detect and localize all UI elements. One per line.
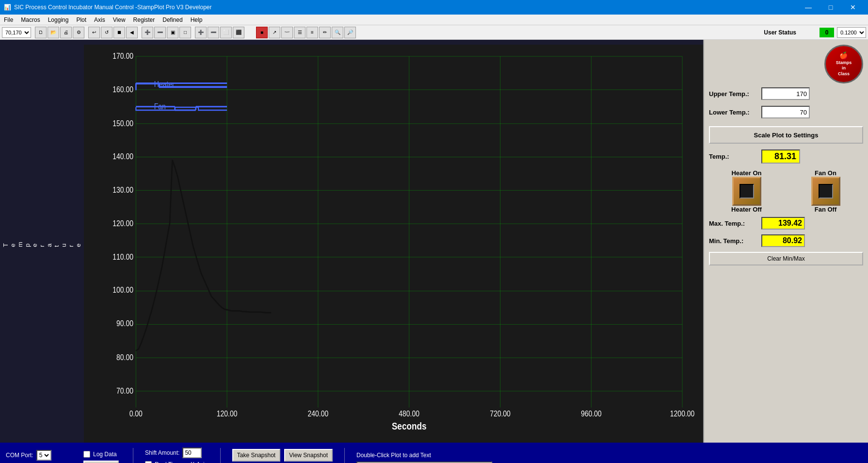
max-temp-row: Max. Temp.: 139.42 bbox=[709, 217, 863, 230]
toolbar-btn-minus[interactable]: ➖ bbox=[154, 27, 166, 38]
chart-plot[interactable]: 170.00 160.00 150.00 140.00 130.00 120.0… bbox=[84, 45, 703, 443]
min-temp-value: 80.92 bbox=[761, 234, 805, 247]
min-temp-label: Min. Temp.: bbox=[709, 237, 757, 245]
svg-text:120.00: 120.00 bbox=[217, 410, 238, 418]
toolbar-btn-fit[interactable]: ⬜ bbox=[220, 27, 232, 38]
realtime-row: Real Time on X-Axis bbox=[145, 461, 209, 463]
toolbar-btn-plus2[interactable]: ➕ bbox=[195, 27, 207, 38]
svg-text:0.00: 0.00 bbox=[129, 410, 143, 418]
menu-axis[interactable]: Axis bbox=[90, 15, 109, 25]
toolbar-btn-red[interactable]: ■ bbox=[256, 27, 268, 38]
shift-row: Shift Amount: bbox=[145, 447, 209, 458]
heater-on-label: Heater On bbox=[709, 169, 784, 177]
toolbar-btn-6[interactable]: ↺ bbox=[101, 27, 113, 38]
log-data-row: Log Data bbox=[83, 451, 121, 458]
toolbar-btn-zoom[interactable]: 🔎 bbox=[344, 27, 356, 38]
realtime-label: Real Time on X-Axis bbox=[155, 461, 208, 463]
text-section: Double-Click Plot to add Text Clear Text… bbox=[356, 452, 492, 463]
fan-on-button[interactable] bbox=[811, 177, 840, 206]
rate-select[interactable]: 0.1200 bbox=[837, 27, 866, 38]
minimize-button[interactable]: — bbox=[797, 0, 820, 15]
min-temp-row: Min. Temp.: 80.92 bbox=[709, 234, 863, 247]
scale-plot-button[interactable]: Scale Plot to Settings bbox=[709, 126, 863, 144]
menu-file[interactable]: File bbox=[0, 15, 17, 25]
open-log-button[interactable]: Open Log bbox=[83, 461, 119, 463]
svg-text:960.00: 960.00 bbox=[581, 410, 602, 418]
svg-text:80.00: 80.00 bbox=[116, 353, 133, 362]
shift-section: Shift Amount: Real Time on X-Axis SaveSe… bbox=[145, 447, 209, 463]
take-snapshot-button[interactable]: Take Snapshot bbox=[232, 449, 280, 462]
svg-text:100.00: 100.00 bbox=[113, 286, 133, 295]
toolbar-btn-edit[interactable]: ✏ bbox=[319, 27, 331, 38]
log-section: Log Data Open Log Delete Log bbox=[83, 451, 121, 463]
menu-macros[interactable]: Macros bbox=[17, 15, 44, 25]
divider-3 bbox=[344, 448, 345, 463]
divider-1 bbox=[133, 448, 133, 463]
toolbar-btn-fit2[interactable]: ⬛ bbox=[233, 27, 244, 38]
menu-plot[interactable]: Plot bbox=[72, 15, 90, 25]
chart-svg[interactable]: 170.00 160.00 150.00 140.00 130.00 120.0… bbox=[84, 45, 703, 443]
temp-display-label: Temp.: bbox=[709, 153, 757, 160]
user-status-label: User Status bbox=[764, 29, 796, 36]
toolbar-btn-list2[interactable]: ≡ bbox=[306, 27, 318, 38]
svg-text:240.00: 240.00 bbox=[308, 410, 329, 418]
shift-input[interactable] bbox=[182, 447, 202, 458]
toolbar-btn-3[interactable]: 🖨 bbox=[60, 27, 72, 38]
com-port-select[interactable]: 5 bbox=[36, 450, 51, 461]
toolbar-btn-8[interactable]: ◀ bbox=[126, 27, 138, 38]
menu-view[interactable]: View bbox=[109, 15, 129, 25]
app-icon: 📊 bbox=[4, 4, 11, 11]
toolbar-btn-search[interactable]: 🔍 bbox=[332, 27, 343, 38]
heater-on-led bbox=[739, 184, 754, 198]
svg-text:480.00: 480.00 bbox=[399, 410, 419, 418]
toolbar-btn-box2[interactable]: □ bbox=[179, 27, 191, 38]
window-controls: — □ ✕ bbox=[797, 0, 864, 15]
snapshot-section: Take Snapshot View Snapshot Snapshot ent… bbox=[232, 449, 333, 463]
menu-defined[interactable]: Defined bbox=[159, 15, 186, 25]
toolbar-btn-plus[interactable]: ➕ bbox=[142, 27, 153, 38]
close-button[interactable]: ✕ bbox=[842, 0, 864, 15]
toolbar-btn-7[interactable]: ⏹ bbox=[113, 27, 125, 38]
fan-on-led bbox=[819, 184, 833, 198]
svg-text:160.00: 160.00 bbox=[113, 85, 133, 94]
maximize-button[interactable]: □ bbox=[820, 0, 842, 15]
svg-text:130.00: 130.00 bbox=[113, 186, 133, 194]
logo: 🍎StampsinClass bbox=[824, 45, 863, 83]
shift-label: Shift Amount: bbox=[145, 449, 179, 456]
chart-area[interactable]: Temperature bbox=[0, 40, 703, 443]
toolbar-btn-2[interactable]: 📂 bbox=[48, 27, 59, 38]
double-click-label: Double-Click Plot to add Text bbox=[356, 452, 431, 459]
bottom-bar: COM Port: 5 File Name: Auto Scale Y Log … bbox=[0, 443, 868, 463]
clear-minmax-button[interactable]: Clear Min/Max bbox=[709, 252, 863, 265]
heater-fan-grid: Heater On Heater Off Fan On Fan Off bbox=[709, 169, 863, 213]
toolbar-btn-5[interactable]: ↩ bbox=[88, 27, 100, 38]
divider-2 bbox=[220, 448, 221, 463]
menu-logging[interactable]: Logging bbox=[44, 15, 73, 25]
fan-on-label: Fan On bbox=[788, 169, 863, 177]
toolbar-btn-wave[interactable]: 〰 bbox=[281, 27, 293, 38]
log-data-checkbox[interactable] bbox=[83, 451, 90, 458]
realtime-checkbox[interactable] bbox=[145, 461, 152, 463]
toolbar: 70,170 🗋 📂 🖨 ⚙ ↩ ↺ ⏹ ◀ ➕ ➖ ▣ □ ➕ ➖ ⬜ ⬛ ■… bbox=[0, 25, 868, 40]
temp-value-display: 81.31 bbox=[761, 149, 800, 164]
upper-temp-input[interactable] bbox=[761, 87, 810, 100]
toolbar-btn-4[interactable]: ⚙ bbox=[73, 27, 84, 38]
toolbar-btn-cursor[interactable]: ↗ bbox=[269, 27, 280, 38]
snapshot-buttons-row: Take Snapshot View Snapshot bbox=[232, 449, 333, 462]
com-file-section: COM Port: 5 File Name: Auto Scale Y bbox=[6, 450, 76, 463]
logo-area: 🍎StampsinClass bbox=[709, 45, 863, 83]
toolbar-btn-minus2[interactable]: ➖ bbox=[208, 27, 219, 38]
menu-help[interactable]: Help bbox=[187, 15, 207, 25]
max-temp-label: Max. Temp.: bbox=[709, 220, 757, 227]
chart-container[interactable]: Temperature bbox=[0, 45, 703, 443]
lower-temp-row: Lower Temp.: bbox=[709, 106, 863, 118]
toolbar-btn-list[interactable]: ☰ bbox=[294, 27, 305, 38]
com-select[interactable]: 70,170 bbox=[2, 27, 31, 38]
heater-on-button[interactable] bbox=[732, 177, 761, 206]
toolbar-btn-box1[interactable]: ▣ bbox=[167, 27, 178, 38]
menu-register[interactable]: Register bbox=[129, 15, 159, 25]
svg-text:70.00: 70.00 bbox=[116, 387, 133, 395]
lower-temp-input[interactable] bbox=[761, 106, 810, 118]
toolbar-btn-1[interactable]: 🗋 bbox=[35, 27, 47, 38]
view-snapshot-button[interactable]: View Snapshot bbox=[284, 449, 333, 462]
